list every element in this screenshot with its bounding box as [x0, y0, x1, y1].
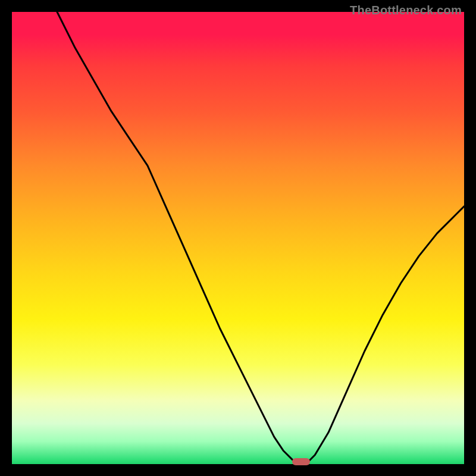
bottleneck-curve: [12, 12, 464, 464]
chart-frame: TheBottleneck.com: [0, 0, 476, 476]
plot-area: [12, 12, 464, 464]
bottleneck-marker: [292, 458, 310, 465]
watermark-text: TheBottleneck.com: [350, 4, 462, 17]
